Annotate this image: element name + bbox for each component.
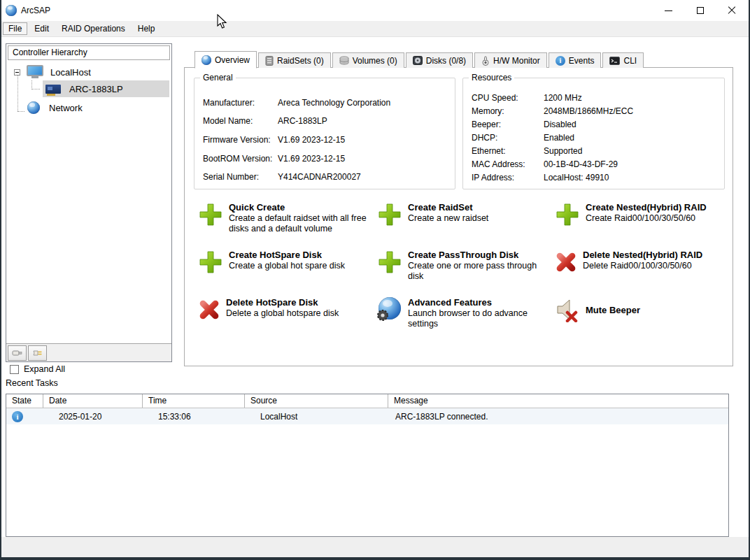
action-desc: Delete Raid00/100/30/50/60 (583, 261, 702, 271)
action-title: Create RaidSet (408, 202, 488, 213)
general-value: Areca Technology Corporation (278, 98, 390, 108)
connect-button[interactable] (8, 345, 27, 361)
add-plus-icon (198, 202, 223, 227)
table-row[interactable]: i 2025-01-20 15:33:06 LocalHost ARC-1883… (6, 408, 728, 424)
tab-label: CLI (623, 56, 637, 66)
tab-events[interactable]: i Events (549, 52, 602, 68)
status-area (1, 537, 749, 558)
tab-label: Volumes (0) (353, 56, 397, 66)
resources-label: Beeper: (472, 120, 544, 129)
resources-value: 1200 MHz (544, 93, 582, 103)
minimize-button[interactable] (653, 0, 684, 21)
action-desc: Create a new raidset (408, 213, 488, 224)
menu-raid-operations[interactable]: RAID Operations (56, 22, 131, 35)
task-date: 2025-01-20 (43, 412, 143, 422)
recent-tasks-label: Recent Tasks (6, 378, 58, 388)
column-header-message[interactable]: Message (388, 394, 728, 408)
action-desc: Create one or more pass through disk (408, 261, 551, 282)
computer-icon (27, 65, 43, 79)
add-plus-icon (377, 202, 402, 227)
tree-item-label: Network (49, 103, 83, 113)
tree-connector-line (31, 89, 40, 89)
action-title: Create HotSpare Disk (229, 250, 345, 260)
tab-raidsets[interactable]: RaidSets (0) (258, 52, 331, 68)
resources-value: Disabled (544, 120, 576, 129)
expand-all-checkbox[interactable] (10, 365, 19, 374)
action-quick-create[interactable]: Quick CreateCreate a default raidset wit… (198, 202, 372, 234)
action-mute-beeper[interactable]: Mute Beeper (555, 297, 728, 322)
action-delete-nested-raid[interactable]: Delete Nested(Hybrid) RAIDDelete Raid00/… (555, 250, 728, 273)
task-message: ARC-1883LP connected. (388, 412, 728, 422)
sensor-icon (481, 56, 490, 66)
window-frame-bottom (0, 557, 750, 560)
resources-value: 2048MB/1866MHz/ECC (544, 106, 633, 116)
menu-help[interactable]: Help (132, 22, 161, 35)
disconnect-button[interactable] (28, 345, 47, 361)
menu-edit[interactable]: Edit (29, 22, 55, 35)
action-desc: Create Raid00/100/30/50/60 (586, 213, 707, 224)
general-legend: General (200, 73, 236, 82)
recent-tasks-table: State Date Time Source Message i 2025-01… (6, 394, 729, 537)
action-create-raidset[interactable]: Create RaidSetCreate a new raidset (377, 202, 551, 227)
expand-all-control: Expand All (10, 364, 65, 374)
general-label: Serial Number: (203, 172, 278, 182)
resources-label: CPU Speed: (472, 93, 544, 103)
menu-file[interactable]: File (3, 22, 27, 35)
task-time: 15:33:06 (143, 412, 245, 422)
action-delete-hotspare[interactable]: Delete HotSpare DiskDelete a global hots… (198, 297, 372, 321)
column-header-source[interactable]: Source (245, 394, 388, 408)
delete-x-icon (198, 299, 220, 321)
tab-disks[interactable]: Disks (0/8) (406, 52, 473, 68)
connector-plug-icon (12, 349, 23, 357)
resources-value: Supported (544, 146, 582, 156)
general-label: Firmware Version: (203, 135, 278, 145)
hard-disk-icon (413, 56, 423, 65)
column-header-state[interactable]: State (6, 394, 43, 408)
resources-value: 00-1B-4D-43-DF-29 (544, 159, 618, 169)
tab-overview[interactable]: Overview (194, 51, 257, 69)
tree-item-label: ARC-1883LP (69, 84, 123, 94)
tab-volumes[interactable]: Volumes (0) (332, 52, 404, 68)
action-desc: Create a default raidset with all free d… (229, 213, 372, 234)
action-title: Delete Nested(Hybrid) RAID (583, 250, 702, 260)
resources-value: Enabled (544, 133, 574, 143)
column-header-date[interactable]: Date (43, 394, 143, 408)
tab-label: RaidSets (0) (277, 56, 324, 66)
expand-all-label: Expand All (24, 364, 65, 374)
maximize-button[interactable] (684, 0, 716, 21)
tree-item-arc-1883lp[interactable]: ARC-1883LP (45, 80, 123, 97)
tree-item-network[interactable]: Network (27, 99, 83, 116)
collapse-expander-icon[interactable] (14, 69, 20, 76)
action-desc: Create a global hot spare disk (229, 261, 345, 271)
general-value: ARC-1883LP (278, 116, 327, 126)
action-title: Create PassThrough Disk (408, 250, 551, 260)
action-create-passthrough[interactable]: Create PassThrough DiskCreate one or mor… (377, 250, 551, 282)
tab-label: Disks (0/8) (426, 56, 466, 66)
tab-hw-monitor[interactable]: H/W Monitor (474, 52, 547, 68)
close-button[interactable] (716, 0, 747, 21)
action-advanced-features[interactable]: Advanced FeaturesLaunch browser to do ad… (377, 297, 551, 329)
tab-cli[interactable]: CLI (602, 52, 644, 68)
app-icon (6, 5, 17, 16)
minimize-icon (665, 10, 672, 11)
add-plus-icon (555, 202, 580, 227)
task-source: LocalHost (245, 412, 388, 422)
action-create-hotspare[interactable]: Create HotSpare DiskCreate a global hot … (198, 250, 372, 275)
column-header-time[interactable]: Time (143, 394, 245, 408)
action-title: Delete HotSpare Disk (226, 297, 339, 308)
arcsap-window: ArcSAP File Edit RAID Operations Help Co… (0, 0, 750, 560)
action-create-nested-raid[interactable]: Create Nested(Hybrid) RAIDCreate Raid00/… (555, 202, 728, 227)
general-label: Model Name: (203, 116, 278, 126)
power-plug-icon (32, 349, 43, 357)
action-desc: Delete a global hotspare disk (226, 308, 339, 319)
title-bar: ArcSAP (0, 0, 750, 21)
resources-legend: Resources (469, 73, 514, 82)
general-label: BootROM Version: (203, 154, 278, 164)
action-title: Mute Beeper (586, 305, 640, 315)
globe-icon (27, 101, 40, 114)
mouse-cursor (217, 14, 228, 29)
tree-item-localhost[interactable]: LocalHost (14, 64, 91, 80)
maximize-icon (697, 7, 704, 14)
general-value: V1.69 2023-12-15 (278, 135, 345, 145)
raidset-cabinet-icon (265, 56, 274, 66)
